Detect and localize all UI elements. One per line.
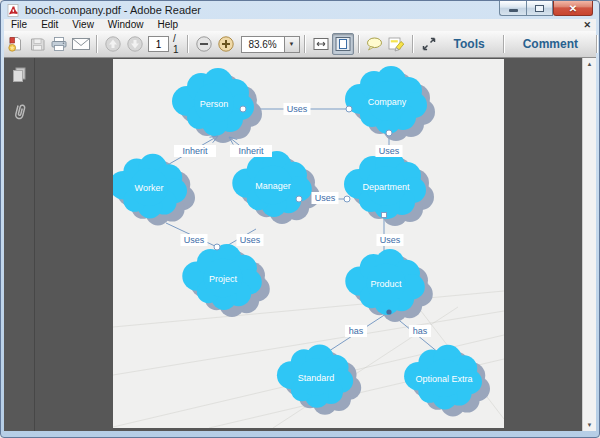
arrow-down-icon [126,35,144,53]
close-button[interactable]: ✕ [553,1,593,16]
menu-edit[interactable]: Edit [34,19,65,31]
connector-dot [386,309,391,314]
plus-icon [217,35,235,53]
email-icon [71,36,91,52]
menu-window[interactable]: Window [101,19,151,31]
edge-label: has [349,326,364,336]
close-icon: ✕ [569,2,577,15]
page-count-label: / 1 [173,33,179,55]
edge-label: has [413,326,428,336]
tools-panel-button[interactable]: Tools [440,37,499,51]
save-icon [29,36,46,53]
maximize-icon [535,5,544,12]
edge-label: Uses [379,146,400,156]
edge-label: Uses [240,235,261,245]
menubar-close-icon[interactable]: ✕ [583,19,591,31]
window-title: booch-company.pdf - Adobe Reader [25,4,201,16]
maximize-button[interactable] [526,1,553,16]
document-viewer: PersonCompanyWorkerManagerDepartmentProj… [4,58,596,431]
zoom-in-button[interactable] [215,33,237,55]
single-page-icon [334,36,352,52]
connector-circle [296,196,302,202]
zoom-dropdown-button[interactable]: ▼ [285,36,300,53]
sticky-note-button[interactable] [364,33,386,55]
edge-label: Inherit [238,146,264,156]
pdf-page: PersonCompanyWorkerManagerDepartmentProj… [113,59,504,428]
node-label-person: Person [200,99,229,109]
menu-view[interactable]: View [65,19,101,31]
node-label-project: Project [209,274,238,284]
edge-label: Uses [380,235,401,245]
attachments-paperclip-icon[interactable] [11,100,28,124]
node-label-department: Department [362,182,410,192]
edge-label: Uses [315,193,336,203]
menu-file[interactable]: File [4,19,34,31]
fullscreen-button[interactable] [418,33,440,55]
title-bar[interactable]: booch-company.pdf - Adobe Reader ✕ [1,1,599,19]
arrow-up-icon [104,35,122,53]
document-area: PersonCompanyWorkerManagerDepartmentProj… [35,58,583,431]
fit-width-icon [312,36,330,52]
scrolling-mode-button[interactable] [310,33,332,55]
edge-label: Uses [287,104,308,114]
node-label-company: Company [368,97,407,107]
highlight-text-button[interactable] [386,33,408,55]
node-label-manager: Manager [255,181,291,191]
highlighter-icon [387,36,406,52]
connector-circle [346,106,352,112]
connector-circle [240,106,246,112]
minimize-button[interactable] [499,1,526,16]
open-button[interactable] [4,33,26,55]
navigation-sidebar [4,58,35,431]
email-button[interactable] [70,33,92,55]
zoom-out-button[interactable] [193,33,215,55]
minus-icon [195,35,213,53]
scroll-up-icon[interactable]: ▲ [583,61,596,67]
connector-circle [214,244,220,250]
toolbar: / 1 83.6% ▼ [4,31,596,58]
next-page-button[interactable] [124,33,146,55]
print-icon [50,35,68,53]
edge-label: Inherit [182,146,208,156]
open-icon [6,35,24,53]
page-thumbnails-icon[interactable] [11,66,28,85]
adobe-reader-window: booch-company.pdf - Adobe Reader ✕ File … [0,0,600,438]
node-label-standard: Standard [298,373,335,383]
connector-square [382,213,387,218]
menu-help[interactable]: Help [150,19,185,31]
expand-arrows-icon [421,36,437,52]
booch-diagram: PersonCompanyWorkerManagerDepartmentProj… [113,59,504,428]
adobe-reader-icon [7,4,20,17]
chevron-down-icon: ▼ [289,41,295,47]
print-button[interactable] [48,33,70,55]
edge-label: Uses [184,235,205,245]
connector-circle [344,196,350,202]
connector-circle [386,130,392,136]
node-label-product: Product [370,279,402,289]
comment-bubble-icon [365,36,384,52]
minimize-icon [509,9,518,12]
previous-page-button[interactable] [102,33,124,55]
comment-panel-button[interactable]: Comment [509,37,592,51]
node-label-worker: Worker [135,183,164,193]
single-page-mode-button[interactable] [332,33,354,55]
vertical-scrollbar[interactable]: ▲ ▼ [582,58,596,431]
page-number-input[interactable] [148,36,169,52]
scroll-down-icon[interactable]: ▼ [583,422,596,428]
zoom-level-value[interactable]: 83.6% [241,36,285,53]
node-label-optional-extra: Optional Extra [415,374,472,384]
save-button[interactable] [26,33,48,55]
